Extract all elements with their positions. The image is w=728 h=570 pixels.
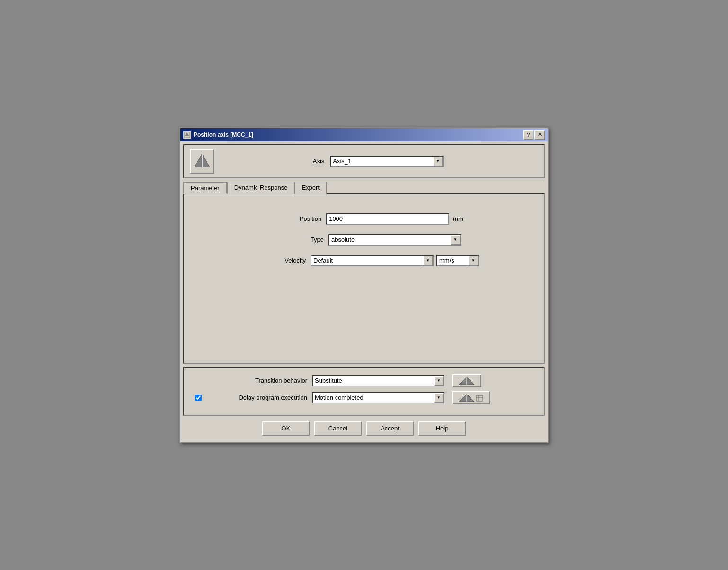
delay-checkbox[interactable]	[195, 395, 202, 401]
transition-select-wrapper: Substitute Blend Override ▼	[312, 375, 444, 386]
delay-select[interactable]: Motion completed Immediately At start	[312, 392, 444, 403]
title-bar: Position axis [MCC_1] ? ✕	[180, 128, 548, 141]
window-icon	[183, 131, 191, 139]
motion-icon-2-wrapper	[452, 391, 490, 404]
velocity-label: Velocity	[249, 257, 306, 264]
delay-checkbox-container	[194, 395, 203, 401]
motion-icon-btn-1[interactable]	[452, 374, 481, 387]
transition-row: Transition behavior Substitute Blend Ove…	[194, 374, 534, 387]
axis-select[interactable]: Axis_1 Axis_2 Axis_3	[330, 156, 444, 167]
svg-rect-8	[476, 395, 483, 401]
tab-content-parameter: Position mm Type absolute relative ▼ Vel…	[183, 193, 545, 364]
type-group: Type absolute relative ▼	[194, 234, 534, 246]
velocity-select[interactable]: Default Custom	[311, 255, 434, 266]
tabs-container: Parameter Dynamic Response Expert	[183, 181, 545, 193]
tab-expert[interactable]: Expert	[294, 182, 327, 194]
window-title: Position axis [MCC_1]	[194, 132, 253, 138]
help-button[interactable]: ?	[523, 130, 533, 140]
bottom-section: Transition behavior Substitute Blend Ove…	[183, 367, 545, 416]
title-bar-left: Position axis [MCC_1]	[183, 131, 253, 139]
type-select[interactable]: absolute relative	[328, 234, 461, 246]
type-label: Type	[267, 236, 324, 243]
tab-dynamic-response[interactable]: Dynamic Response	[227, 182, 295, 194]
transition-select[interactable]: Substitute Blend Override	[312, 375, 444, 386]
ok-button[interactable]: OK	[262, 421, 310, 436]
transition-label: Transition behavior	[213, 377, 307, 384]
motion-icon-1-wrapper	[452, 374, 481, 387]
velocity-unit-wrapper: mm/s m/s rpm ▼	[436, 255, 479, 266]
delay-label: Delay program execution	[213, 394, 307, 401]
axis-icon-box	[190, 149, 214, 174]
velocity-select-wrapper: Default Custom ▼	[311, 255, 434, 266]
axis-label: Axis	[313, 158, 325, 165]
axis-select-wrapper: Axis_1 Axis_2 Axis_3 ▼	[330, 156, 444, 167]
type-select-wrapper: absolute relative ▼	[328, 234, 461, 246]
velocity-unit-select[interactable]: mm/s m/s rpm	[436, 255, 479, 266]
accept-button[interactable]: Accept	[366, 421, 414, 436]
dialog-body: Axis Axis_1 Axis_2 Axis_3 ▼ Parameter Dy…	[180, 141, 548, 442]
cancel-button[interactable]: Cancel	[314, 421, 362, 436]
axis-label-area: Axis Axis_1 Axis_2 Axis_3 ▼	[218, 156, 538, 167]
tab-parameter[interactable]: Parameter	[183, 182, 227, 194]
position-group: Position mm	[194, 213, 534, 225]
title-buttons: ? ✕	[523, 130, 545, 140]
help-action-button[interactable]: Help	[418, 421, 466, 436]
delay-row: Delay program execution Motion completed…	[194, 391, 534, 404]
position-input[interactable]	[326, 213, 449, 225]
velocity-group: Velocity Default Custom ▼ mm/s m/s rpm ▼	[194, 255, 534, 266]
delay-select-wrapper: Motion completed Immediately At start ▼	[312, 392, 444, 403]
action-buttons: OK Cancel Accept Help	[183, 416, 545, 439]
axis-row: Axis Axis_1 Axis_2 Axis_3 ▼	[183, 144, 545, 178]
position-label: Position	[265, 215, 321, 222]
dialog-window: Position axis [MCC_1] ? ✕ Axis Axis_1 Ax	[179, 127, 549, 443]
close-button[interactable]: ✕	[534, 130, 545, 140]
motion-icon-btn-2[interactable]	[452, 391, 490, 404]
position-unit: mm	[453, 215, 463, 222]
